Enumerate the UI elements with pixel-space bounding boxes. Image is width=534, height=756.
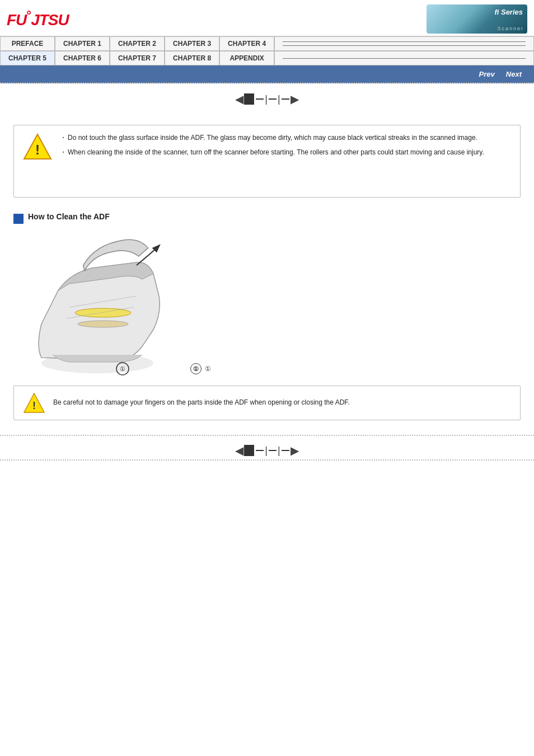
nav-ch2[interactable]: CHAPTER 2 [110, 36, 165, 51]
warning-text-2: Be careful not to damage your fingers on… [53, 397, 350, 408]
nav-line-1 [283, 41, 526, 42]
fujitsu-logo: FU°JTSU [7, 8, 69, 29]
nav-dash-3 [282, 98, 289, 100]
warning-icon-2: ! [23, 392, 45, 414]
logo-jitsu: JTSU [31, 12, 69, 29]
svg-text:①: ① [120, 365, 125, 372]
main-content: ! Do not touch the glass surface inside … [0, 110, 534, 431]
nav-right-arrow[interactable]: ▶ [291, 92, 299, 106]
nav-ch4[interactable]: CHAPTER 4 [219, 36, 274, 51]
svg-point-4 [78, 321, 128, 327]
svg-text:!: ! [32, 400, 36, 411]
bottom-nav-dash-3 [282, 450, 289, 451]
section-blue-square [13, 214, 24, 224]
section-header: How to Clean the ADF [13, 206, 521, 229]
nav-ch1[interactable]: CHAPTER 1 [55, 36, 110, 51]
svg-point-3 [75, 308, 131, 317]
nav-ch6[interactable]: CHAPTER 6 [55, 51, 110, 65]
fi-series-sub: Scanner [497, 26, 524, 31]
nav-bar-1: | [265, 93, 268, 105]
nav-dash-2 [269, 98, 277, 100]
nav-preface[interactable]: PREFACE [0, 36, 55, 51]
nav-tabs: PREFACE CHAPTER 1 CHAPTER 2 CHAPTER 3 CH… [0, 36, 534, 65]
warning-text-1: Do not touch the glass surface inside th… [60, 132, 511, 162]
diagram-area: ① ① ① [25, 234, 521, 380]
nav-ch8[interactable]: CHAPTER 8 [165, 51, 219, 65]
nav-line-3 [283, 58, 526, 59]
nav-bar-2: | [278, 93, 280, 105]
bottom-nav-bar-1: | [265, 445, 268, 457]
bottom-nav-dash-2 [269, 450, 277, 451]
scanner-diagram: ① [25, 234, 181, 380]
bottom-dotted-sep-top [0, 435, 534, 436]
callout-1: ① ① [190, 363, 211, 374]
bottom-nav-left-arrow[interactable]: ◀ [235, 444, 243, 457]
nav-lines-bottom [274, 51, 534, 65]
next-button[interactable]: Next [503, 69, 525, 79]
svg-text:!: ! [35, 142, 40, 157]
nav-left-arrow[interactable]: ◀ [235, 92, 243, 106]
bottom-nav-block [244, 445, 254, 456]
callout-label-1: ① [205, 365, 211, 373]
warning-icon-1: ! [23, 132, 52, 161]
section-title: How to Clean the ADF [28, 212, 110, 221]
bottom-page-nav: ◀ | | ▶ [0, 439, 534, 459]
nav-dash-1 [256, 98, 264, 100]
warning-bullet-1: Do not touch the glass surface inside th… [60, 132, 511, 143]
nav-block [244, 93, 254, 105]
page-header: FU°JTSU fi Series Scanner [0, 0, 534, 36]
toolbar: Prev Next [0, 65, 534, 83]
prev-button[interactable]: Prev [476, 69, 498, 79]
callout-area: ① ① [190, 363, 211, 374]
nav-ch5[interactable]: CHAPTER 5 [0, 51, 55, 65]
nav-line-2 [283, 45, 526, 46]
fi-series-logo: fi Series Scanner [427, 4, 527, 34]
nav-ch3[interactable]: CHAPTER 3 [165, 36, 219, 51]
fi-series-text: fi Series [494, 8, 523, 16]
nav-lines-top [274, 36, 534, 51]
bottom-nav-right-arrow[interactable]: ▶ [291, 444, 299, 457]
bottom-nav-dash-1 [256, 450, 264, 451]
warning-box-1: ! Do not touch the glass surface inside … [13, 125, 521, 198]
callout-circle-1: ① [190, 363, 202, 374]
bottom-nav-bar-2: | [278, 445, 280, 457]
warning-bullet-2: When cleaning the inside of the scanner,… [60, 147, 511, 158]
bottom-dotted-sep [0, 459, 534, 461]
top-page-nav: ◀ | | ▶ [0, 83, 534, 110]
logo-fu: FU [7, 12, 26, 29]
warning-box-2: ! Be careful not to damage your fingers … [13, 386, 521, 420]
bottom-page-nav-icons: ◀ | | ▶ [235, 444, 298, 457]
nav-ch7[interactable]: CHAPTER 7 [110, 51, 165, 65]
logo-circle: ° [26, 8, 31, 22]
nav-appendix[interactable]: APPENDIX [219, 51, 274, 65]
page-nav-icons: ◀ | | ▶ [235, 92, 298, 106]
